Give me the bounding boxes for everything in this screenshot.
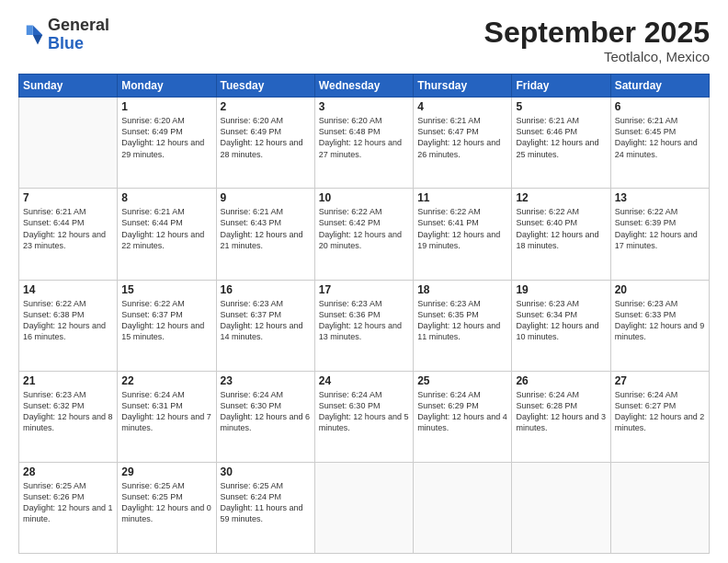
day-number: 8 [121, 191, 211, 204]
day-number: 27 [615, 374, 705, 387]
day-number: 17 [319, 283, 409, 296]
calendar-cell: 3Sunrise: 6:20 AM Sunset: 6:48 PM Daylig… [314, 98, 413, 189]
calendar-cell: 13Sunrise: 6:22 AM Sunset: 6:39 PM Dayli… [610, 189, 709, 280]
calendar-cell: 21Sunrise: 6:23 AM Sunset: 6:32 PM Dayli… [19, 371, 118, 462]
day-number: 4 [417, 100, 507, 113]
calendar-cell: 10Sunrise: 6:22 AM Sunset: 6:42 PM Dayli… [314, 189, 413, 280]
calendar-week-1: 7Sunrise: 6:21 AM Sunset: 6:44 PM Daylig… [19, 189, 710, 280]
title-block: September 2025 Teotlalco, Mexico [484, 17, 710, 64]
calendar-cell: 24Sunrise: 6:24 AM Sunset: 6:30 PM Dayli… [314, 371, 413, 462]
header-monday: Monday [118, 75, 216, 98]
cell-info: Sunrise: 6:22 AM Sunset: 6:40 PM Dayligh… [516, 206, 606, 251]
day-number: 16 [221, 283, 311, 296]
cell-info: Sunrise: 6:25 AM Sunset: 6:25 PM Dayligh… [121, 480, 211, 525]
calendar-cell: 16Sunrise: 6:23 AM Sunset: 6:37 PM Dayli… [216, 280, 314, 371]
cell-info: Sunrise: 6:21 AM Sunset: 6:44 PM Dayligh… [23, 206, 113, 251]
day-number: 21 [23, 374, 113, 387]
calendar-cell: 29Sunrise: 6:25 AM Sunset: 6:25 PM Dayli… [118, 462, 216, 553]
day-number: 26 [516, 374, 606, 387]
day-number: 20 [615, 283, 705, 296]
logo: General Blue [18, 17, 109, 53]
cell-info: Sunrise: 6:23 AM Sunset: 6:35 PM Dayligh… [417, 298, 507, 343]
calendar-cell [19, 98, 118, 189]
day-number: 10 [319, 191, 409, 204]
calendar-cell: 14Sunrise: 6:22 AM Sunset: 6:38 PM Dayli… [19, 280, 118, 371]
cell-info: Sunrise: 6:22 AM Sunset: 6:38 PM Dayligh… [23, 298, 113, 343]
header: General Blue September 2025 Teotlalco, M… [18, 17, 710, 64]
header-saturday: Saturday [610, 75, 709, 98]
cell-info: Sunrise: 6:22 AM Sunset: 6:39 PM Dayligh… [615, 206, 705, 251]
cell-info: Sunrise: 6:20 AM Sunset: 6:49 PM Dayligh… [221, 115, 311, 160]
cell-info: Sunrise: 6:24 AM Sunset: 6:31 PM Dayligh… [121, 389, 211, 434]
logo-blue: Blue [48, 34, 84, 52]
calendar-cell: 4Sunrise: 6:21 AM Sunset: 6:47 PM Daylig… [414, 98, 512, 189]
day-number: 6 [615, 100, 705, 113]
cell-info: Sunrise: 6:24 AM Sunset: 6:30 PM Dayligh… [221, 389, 311, 434]
logo-icon [18, 22, 44, 48]
calendar-cell: 12Sunrise: 6:22 AM Sunset: 6:40 PM Dayli… [512, 189, 610, 280]
calendar-cell: 23Sunrise: 6:24 AM Sunset: 6:30 PM Dayli… [216, 371, 314, 462]
day-number: 13 [615, 191, 705, 204]
day-number: 28 [23, 465, 113, 478]
calendar-cell: 9Sunrise: 6:21 AM Sunset: 6:43 PM Daylig… [216, 189, 314, 280]
calendar-cell: 17Sunrise: 6:23 AM Sunset: 6:36 PM Dayli… [314, 280, 413, 371]
calendar-header-row: Sunday Monday Tuesday Wednesday Thursday… [19, 75, 710, 98]
svg-marker-0 [33, 25, 43, 35]
cell-info: Sunrise: 6:22 AM Sunset: 6:42 PM Dayligh… [319, 206, 409, 251]
day-number: 29 [121, 465, 211, 478]
calendar-week-3: 21Sunrise: 6:23 AM Sunset: 6:32 PM Dayli… [19, 371, 710, 462]
logo-text: General Blue [48, 17, 109, 53]
calendar-cell: 15Sunrise: 6:22 AM Sunset: 6:37 PM Dayli… [118, 280, 216, 371]
cell-info: Sunrise: 6:21 AM Sunset: 6:45 PM Dayligh… [615, 115, 705, 160]
calendar-cell [610, 462, 709, 553]
title-month: September 2025 [484, 17, 710, 49]
cell-info: Sunrise: 6:21 AM Sunset: 6:44 PM Dayligh… [121, 206, 211, 251]
svg-marker-1 [33, 35, 43, 45]
cell-info: Sunrise: 6:20 AM Sunset: 6:49 PM Dayligh… [121, 115, 211, 160]
cell-info: Sunrise: 6:22 AM Sunset: 6:37 PM Dayligh… [121, 298, 211, 343]
calendar-table: Sunday Monday Tuesday Wednesday Thursday… [18, 74, 710, 554]
day-number: 24 [319, 374, 409, 387]
cell-info: Sunrise: 6:24 AM Sunset: 6:30 PM Dayligh… [319, 389, 409, 434]
calendar-cell: 11Sunrise: 6:22 AM Sunset: 6:41 PM Dayli… [414, 189, 512, 280]
day-number: 9 [221, 191, 311, 204]
calendar-cell [314, 462, 413, 553]
calendar-cell: 28Sunrise: 6:25 AM Sunset: 6:26 PM Dayli… [19, 462, 118, 553]
calendar-cell: 18Sunrise: 6:23 AM Sunset: 6:35 PM Dayli… [414, 280, 512, 371]
day-number: 23 [221, 374, 311, 387]
cell-info: Sunrise: 6:25 AM Sunset: 6:26 PM Dayligh… [23, 480, 113, 525]
calendar-week-2: 14Sunrise: 6:22 AM Sunset: 6:38 PM Dayli… [19, 280, 710, 371]
cell-info: Sunrise: 6:23 AM Sunset: 6:34 PM Dayligh… [516, 298, 606, 343]
cell-info: Sunrise: 6:24 AM Sunset: 6:28 PM Dayligh… [516, 389, 606, 434]
calendar-cell [512, 462, 610, 553]
cell-info: Sunrise: 6:23 AM Sunset: 6:32 PM Dayligh… [23, 389, 113, 434]
cell-info: Sunrise: 6:24 AM Sunset: 6:27 PM Dayligh… [615, 389, 705, 434]
day-number: 5 [516, 100, 606, 113]
cell-info: Sunrise: 6:23 AM Sunset: 6:37 PM Dayligh… [221, 298, 311, 343]
calendar-cell: 30Sunrise: 6:25 AM Sunset: 6:24 PM Dayli… [216, 462, 314, 553]
calendar-cell: 20Sunrise: 6:23 AM Sunset: 6:33 PM Dayli… [610, 280, 709, 371]
header-tuesday: Tuesday [216, 75, 314, 98]
calendar-cell: 22Sunrise: 6:24 AM Sunset: 6:31 PM Dayli… [118, 371, 216, 462]
header-friday: Friday [512, 75, 610, 98]
cell-info: Sunrise: 6:21 AM Sunset: 6:47 PM Dayligh… [417, 115, 507, 160]
calendar-cell [414, 462, 512, 553]
day-number: 22 [121, 374, 211, 387]
calendar-cell: 6Sunrise: 6:21 AM Sunset: 6:45 PM Daylig… [610, 98, 709, 189]
calendar-cell: 1Sunrise: 6:20 AM Sunset: 6:49 PM Daylig… [118, 98, 216, 189]
calendar-week-0: 1Sunrise: 6:20 AM Sunset: 6:49 PM Daylig… [19, 98, 710, 189]
day-number: 14 [23, 283, 113, 296]
day-number: 7 [23, 191, 113, 204]
cell-info: Sunrise: 6:25 AM Sunset: 6:24 PM Dayligh… [221, 480, 311, 525]
calendar-cell: 8Sunrise: 6:21 AM Sunset: 6:44 PM Daylig… [118, 189, 216, 280]
calendar-cell: 19Sunrise: 6:23 AM Sunset: 6:34 PM Dayli… [512, 280, 610, 371]
calendar-cell: 26Sunrise: 6:24 AM Sunset: 6:28 PM Dayli… [512, 371, 610, 462]
calendar-cell: 25Sunrise: 6:24 AM Sunset: 6:29 PM Dayli… [414, 371, 512, 462]
day-number: 12 [516, 191, 606, 204]
day-number: 15 [121, 283, 211, 296]
cell-info: Sunrise: 6:23 AM Sunset: 6:33 PM Dayligh… [615, 298, 705, 343]
cell-info: Sunrise: 6:21 AM Sunset: 6:43 PM Dayligh… [221, 206, 311, 251]
calendar-week-4: 28Sunrise: 6:25 AM Sunset: 6:26 PM Dayli… [19, 462, 710, 553]
cell-info: Sunrise: 6:23 AM Sunset: 6:36 PM Dayligh… [319, 298, 409, 343]
day-number: 25 [417, 374, 507, 387]
